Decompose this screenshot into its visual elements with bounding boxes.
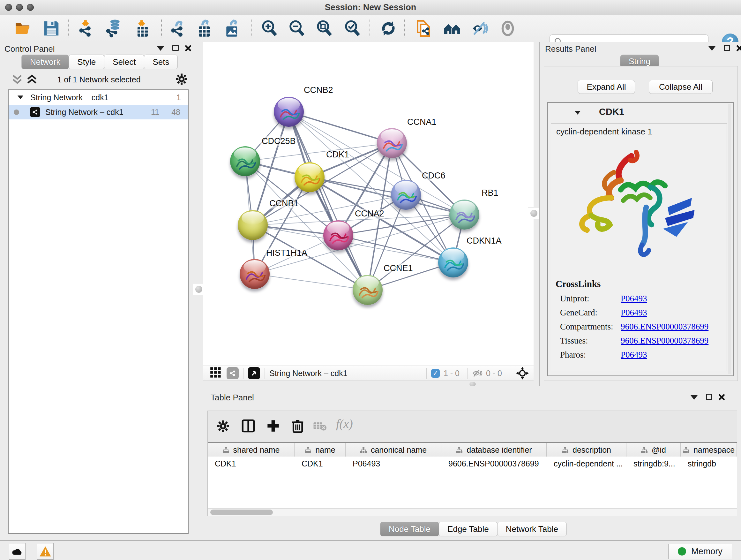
network-edge[interactable] (255, 274, 367, 290)
hscrollbar-thumb[interactable] (210, 509, 273, 515)
zoom-selected-button[interactable] (341, 17, 364, 39)
table-row[interactable]: CDK1CDK1P064939606.ENSP00000378699cyclin… (208, 456, 737, 471)
network-edge[interactable] (289, 112, 392, 143)
cdk1-collapse-icon[interactable] (575, 111, 581, 115)
tree-expand-icon[interactable] (17, 96, 23, 99)
gear-icon[interactable] (175, 72, 188, 86)
table-cell[interactable]: CDK1 (294, 456, 346, 471)
column-header-name[interactable]: name (294, 443, 346, 457)
export-network-button[interactable] (167, 17, 190, 39)
network-node-cdc25b[interactable] (230, 146, 260, 176)
table-panel-collapse-icon[interactable] (690, 395, 697, 400)
save-session-button[interactable] (40, 17, 63, 39)
network-node-rb1[interactable] (449, 199, 479, 230)
column-header-canonical-name[interactable]: canonical name (346, 443, 441, 457)
table-gear-icon[interactable] (216, 419, 230, 433)
birdseye-view-icon[interactable] (248, 367, 260, 379)
zoom-in-button[interactable] (259, 17, 281, 39)
warnings-button[interactable] (37, 543, 54, 560)
network-node-ccne1[interactable] (353, 275, 383, 305)
fit-content-crosshair-icon[interactable] (516, 367, 529, 380)
network-node-ccnb2[interactable] (274, 97, 304, 127)
results-panel-collapse-icon[interactable] (709, 46, 716, 51)
network-node-hist1h1a[interactable] (240, 259, 270, 289)
export-image-button[interactable] (221, 17, 243, 39)
right-splitter-handle[interactable] (528, 207, 540, 219)
show-columns-icon[interactable] (241, 419, 256, 433)
node-label-rb1: RB1 (480, 188, 500, 198)
collapse-all-button[interactable]: Collapse All (649, 80, 713, 94)
import-network-from-database-button[interactable] (103, 17, 125, 39)
memory-button[interactable]: Memory (668, 544, 732, 559)
open-session-button[interactable] (12, 17, 35, 39)
zoom-out-button[interactable] (286, 17, 308, 39)
tab-style[interactable]: Style (69, 55, 105, 69)
hide-selected-button[interactable] (468, 17, 491, 39)
crosslink-link[interactable]: 9606.ENSP00000378699 (621, 336, 709, 346)
table-cell[interactable]: stringdb (681, 456, 737, 471)
crosslink-link[interactable]: P06493 (621, 294, 647, 304)
tab-network-table[interactable]: Network Table (497, 522, 567, 537)
new-network-from-selection-button[interactable] (413, 17, 435, 39)
tab-network[interactable]: Network (21, 55, 69, 69)
crosslink-link[interactable]: P06493 (621, 350, 647, 360)
crosslink-link[interactable]: P06493 (621, 308, 647, 318)
table-cell[interactable]: 9606.ENSP00000378699 (441, 456, 547, 471)
column-header-database-identifier[interactable]: database identifier (441, 443, 547, 457)
collection-count: 1 (177, 93, 181, 102)
network-node-cdkn1a[interactable] (438, 247, 468, 277)
show-all-panels-button[interactable] (441, 17, 463, 39)
results-panel-close-icon[interactable] (736, 45, 741, 52)
horizontal-splitter-handle[interactable] (469, 382, 476, 386)
table-cell[interactable]: cyclin-dependent ... (547, 456, 626, 471)
network-row-selected[interactable]: String Network – cdk1 11 48 (9, 105, 188, 119)
cloud-button[interactable] (9, 543, 25, 560)
control-panel-collapse-icon[interactable] (157, 46, 164, 51)
export-table-button[interactable] (193, 17, 216, 39)
network-edge[interactable] (289, 112, 367, 290)
network-collection-row[interactable]: String Network – cdk1 1 (9, 90, 188, 105)
column-header-shared-name[interactable]: shared name (208, 443, 294, 457)
column-header-description[interactable]: description (547, 443, 626, 457)
results-panel-float-icon[interactable] (724, 45, 730, 51)
delete-column-icon[interactable] (290, 418, 306, 433)
network-node-ccnb1[interactable] (238, 210, 268, 240)
network-node-ccna2[interactable] (323, 220, 353, 250)
network-edge[interactable] (338, 235, 453, 262)
expand-all-button[interactable]: Expand All (578, 80, 635, 94)
control-panel-float-icon[interactable] (172, 45, 179, 51)
tab-select[interactable]: Select (104, 55, 144, 69)
table-panel-close-icon[interactable] (718, 394, 725, 401)
table-header-row[interactable]: shared namenamecanonical namedatabase id… (208, 442, 737, 457)
tab-sets[interactable]: Sets (144, 55, 178, 69)
network-view-icon[interactable] (226, 367, 239, 379)
crosslink-link[interactable]: 9606.ENSP00000378699 (621, 322, 709, 332)
network-status-dot (14, 110, 19, 115)
apply-layout-button[interactable] (377, 17, 400, 39)
network-node-ccna1[interactable] (377, 128, 407, 158)
table-cell[interactable]: stringdb:9... (626, 456, 681, 471)
results-scrollbar[interactable] (728, 104, 731, 374)
control-panel-close-icon[interactable] (185, 45, 192, 52)
table-cell[interactable]: CDK1 (208, 456, 294, 471)
column-header--id[interactable]: @id (626, 443, 681, 457)
tab-node-table[interactable]: Node Table (380, 522, 439, 537)
column-header-namespace[interactable]: namespace (681, 443, 737, 457)
network-view[interactable]: CCNB2CCNA1CDC25BCDK1CDC6RB1CCNB1CCNA2CDK… (203, 42, 534, 366)
network-node-cdk1[interactable] (294, 162, 325, 192)
table-cell[interactable]: P06493 (346, 456, 441, 471)
network-name: String Network – cdk1 (45, 108, 124, 117)
network-node-cdc6[interactable] (391, 180, 421, 210)
show-hidden-button[interactable] (496, 17, 519, 39)
table-panel-title: Table Panel (211, 393, 254, 402)
add-column-icon[interactable] (266, 419, 280, 433)
import-table-button[interactable] (131, 17, 154, 39)
table-hscrollbar[interactable] (208, 508, 737, 516)
tab-edge-table[interactable]: Edge Table (439, 522, 497, 537)
zoom-fit-button[interactable] (313, 17, 336, 39)
import-network-button[interactable] (75, 17, 98, 39)
cloud-icon (11, 547, 23, 556)
grid-view-icon[interactable] (210, 367, 221, 380)
selected-checkbox[interactable]: ✓ (431, 369, 440, 378)
table-panel-float-icon[interactable] (706, 394, 712, 400)
